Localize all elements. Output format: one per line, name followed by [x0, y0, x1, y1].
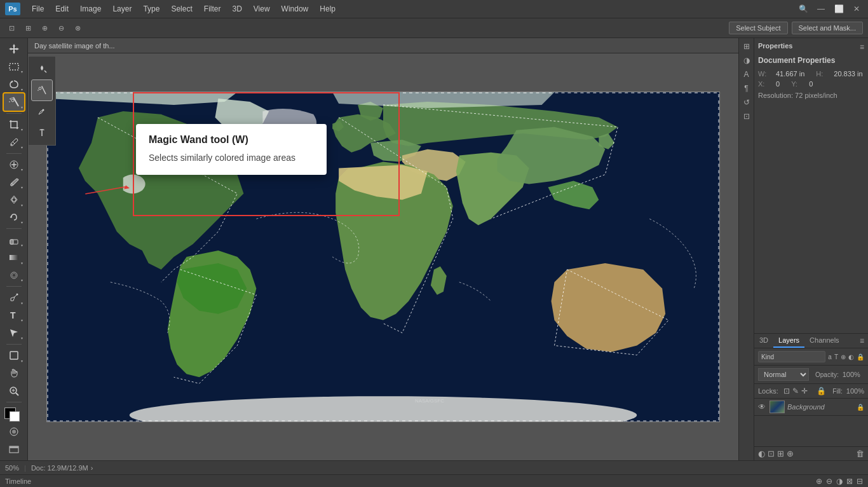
- height-value: 20.833 in: [834, 70, 862, 78]
- svg-point-33: [12, 430, 16, 434]
- svg-point-25: [16, 294, 18, 296]
- menu-3d[interactable]: 3D: [227, 2, 247, 16]
- restore-icon[interactable]: ⬜: [832, 3, 845, 15]
- new-layer-icon[interactable]: ⊕: [787, 449, 794, 458]
- add-adjustment-icon[interactable]: ◐: [758, 449, 765, 458]
- group-layers-icon[interactable]: ⊞: [777, 449, 784, 458]
- svg-point-24: [12, 273, 16, 277]
- shape-btn[interactable]: ▾: [4, 347, 24, 364]
- move-tool-btn[interactable]: [4, 41, 24, 58]
- layers-locks-row: Locks: ⊡ ✎ ✛ 🔒 Fill: 100%: [754, 384, 868, 399]
- minimize-icon[interactable]: —: [815, 3, 827, 15]
- hand-btn[interactable]: [4, 365, 24, 382]
- rectangular-marquee-btn[interactable]: ▾: [4, 58, 24, 76]
- path-selection-btn[interactable]: ▾: [4, 324, 24, 341]
- gradient-btn[interactable]: ▾: [4, 249, 24, 266]
- tooltip-title: Magic Wand tool (W): [149, 134, 314, 146]
- filter-icon-2[interactable]: T: [834, 353, 838, 360]
- doc-tab: Day satellite image of th...: [28, 38, 738, 53]
- menu-image[interactable]: Image: [75, 2, 106, 16]
- type-btn[interactable]: T ▾: [4, 307, 24, 324]
- lasso-btn[interactable]: ▾: [4, 76, 24, 93]
- quick-select-tool-btn[interactable]: [32, 59, 52, 79]
- magic-wand-btn[interactable]: ▾: [4, 93, 24, 111]
- lock-image-icon[interactable]: ✎: [792, 387, 799, 395]
- close-icon[interactable]: ✕: [850, 3, 863, 15]
- svg-rect-7: [10, 64, 18, 70]
- lock-transparent-icon[interactable]: ⊡: [783, 387, 790, 395]
- lock-all-icon[interactable]: 🔒: [817, 387, 826, 395]
- search-icon[interactable]: 🔍: [797, 3, 810, 15]
- layers-panel: 3D Layers Channels ≡ a T ⊕ ◐ 🔒 Normal: [754, 333, 868, 460]
- menu-edit[interactable]: Edit: [50, 2, 74, 16]
- brush-btn[interactable]: ▾: [4, 174, 24, 191]
- history-brush-btn[interactable]: ▾: [4, 209, 24, 226]
- adjustment-icon[interactable]: ◑: [741, 55, 752, 66]
- filter-icon-5[interactable]: 🔒: [857, 353, 864, 360]
- toolbar: ▾ ▾ ▾: [0, 38, 28, 460]
- select-mask-btn[interactable]: Select and Mask...: [792, 22, 864, 34]
- canvas-container[interactable]: NASA/GSFC Magic Wand tool (W) Selects si…: [28, 53, 738, 460]
- filter-icon-4[interactable]: ◐: [848, 353, 854, 360]
- layer-item-background[interactable]: 👁 Background 🔒: [754, 399, 868, 416]
- menu-file[interactable]: File: [27, 2, 49, 16]
- timeline-icon-2[interactable]: ⊖: [826, 477, 832, 486]
- type-tool-btn2[interactable]: [32, 122, 52, 142]
- tab-3d[interactable]: 3D: [754, 334, 773, 348]
- delete-layer-icon[interactable]: 🗑: [856, 449, 864, 458]
- timeline-icon-1[interactable]: ⊕: [816, 477, 822, 486]
- filter-icon-3[interactable]: ⊕: [841, 353, 846, 360]
- menu-select[interactable]: Select: [166, 2, 197, 16]
- blur-btn[interactable]: ▾: [4, 267, 24, 284]
- eyedropper-btn[interactable]: ▾: [4, 134, 24, 151]
- clone-btn[interactable]: ▾: [4, 191, 24, 209]
- 3d-material-icon[interactable]: ⊞: [741, 41, 752, 52]
- kind-filter-input[interactable]: [758, 351, 825, 362]
- eraser-btn[interactable]: ▾: [4, 231, 24, 249]
- blend-mode-select[interactable]: Normal: [758, 368, 809, 381]
- filter-icon-1[interactable]: a: [828, 353, 832, 360]
- svg-rect-22: [10, 255, 18, 260]
- pen-btn[interactable]: ▾: [4, 289, 24, 306]
- healing-btn[interactable]: ▾: [4, 156, 24, 174]
- svg-point-2: [39, 87, 41, 90]
- character-style-icon[interactable]: A: [741, 69, 752, 80]
- color-swatches[interactable]: [4, 408, 24, 420]
- add-layer-mask-icon[interactable]: ⊡: [768, 449, 775, 458]
- lock-position-icon[interactable]: ✛: [801, 387, 808, 395]
- history-icon[interactable]: ↺: [741, 97, 752, 108]
- timeline-icon-3[interactable]: ◑: [836, 477, 843, 486]
- pen-tool-btn2[interactable]: [32, 101, 52, 121]
- menu-type[interactable]: Type: [138, 2, 165, 16]
- timeline-icon-5[interactable]: ⊟: [857, 477, 863, 486]
- quick-mask-btn[interactable]: [4, 423, 24, 441]
- tool-separator-3: [6, 228, 22, 229]
- menu-filter[interactable]: Filter: [199, 2, 226, 16]
- tab-layers[interactable]: Layers: [773, 334, 804, 348]
- menu-layer[interactable]: Layer: [107, 2, 137, 16]
- menu-window[interactable]: Window: [276, 2, 314, 16]
- width-row: W: 41.667 in H: 20.833 in: [758, 70, 864, 78]
- tool-separator-2: [6, 153, 22, 154]
- tool-separator-1: [6, 113, 22, 114]
- timeline-icon-4[interactable]: ⊠: [846, 477, 853, 486]
- height-label: H:: [816, 70, 829, 78]
- svg-line-8: [13, 97, 18, 106]
- layer-name: Background: [787, 403, 825, 411]
- canvas-area: Day satellite image of th...: [28, 38, 738, 460]
- paragraph-icon[interactable]: ¶: [741, 83, 752, 94]
- zoom-btn[interactable]: [4, 382, 24, 399]
- layer-visibility-icon[interactable]: 👁: [758, 402, 766, 411]
- select-subject-btn[interactable]: Select Subject: [729, 22, 787, 34]
- width-label: W:: [758, 70, 771, 78]
- properties-menu-icon[interactable]: ≡: [860, 43, 864, 51]
- menu-help[interactable]: Help: [315, 2, 341, 16]
- menu-view[interactable]: View: [248, 2, 275, 16]
- libraries-icon[interactable]: ⊡: [741, 111, 752, 122]
- layers-tools: ◐ ⊡ ⊞ ⊕ 🗑: [754, 446, 868, 460]
- screen-mode-btn[interactable]: [4, 441, 24, 458]
- layers-menu-icon[interactable]: ≡: [856, 334, 868, 348]
- crop-btn[interactable]: ▾: [4, 116, 24, 134]
- tab-channels[interactable]: Channels: [804, 334, 844, 348]
- magic-wand-expand-btn[interactable]: [32, 80, 52, 100]
